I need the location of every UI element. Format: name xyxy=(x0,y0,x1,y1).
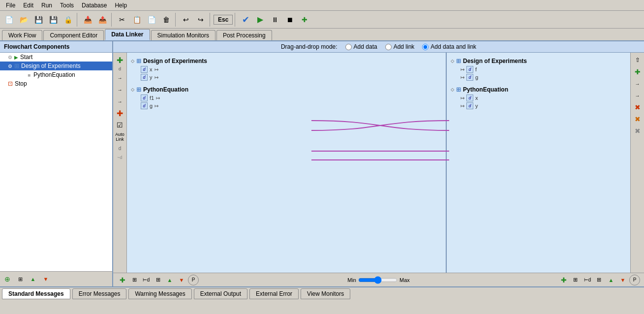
left-pin-f1[interactable]: d f1 ↦ xyxy=(131,94,442,102)
save-button[interactable]: 💾 xyxy=(31,13,45,27)
menu-edit[interactable]: Edit xyxy=(19,1,37,10)
bottom-right-circle-p[interactable]: P xyxy=(629,275,640,285)
add-green-button[interactable]: ✚ xyxy=(115,55,125,65)
tree-item-stop[interactable]: ⊡ Stop xyxy=(0,79,112,88)
save-as-button[interactable]: 💾 xyxy=(46,13,60,27)
lock-button[interactable]: 🔒 xyxy=(61,13,75,27)
cv-btn-3[interactable]: → xyxy=(115,84,125,95)
dnd-add-data-link[interactable]: Add data and link xyxy=(422,43,476,50)
d-icon[interactable]: d xyxy=(115,143,125,154)
bottom-grid[interactable]: ⊞ xyxy=(129,275,140,285)
toolbar-separator-5 xyxy=(235,13,237,27)
status-tab-external-error[interactable]: External Error xyxy=(249,288,299,299)
dnd-add-data[interactable]: Add data xyxy=(345,43,377,50)
pause-button[interactable]: ⏸ xyxy=(268,13,282,27)
copy-button[interactable]: 📋 xyxy=(130,13,144,27)
dnd-add-link-radio[interactable] xyxy=(385,44,392,50)
menu-help[interactable]: Help xyxy=(111,1,131,10)
menu-database[interactable]: Database xyxy=(78,1,111,10)
cut-button[interactable]: ✂ xyxy=(115,13,129,27)
new-button[interactable]: 📄 xyxy=(2,13,16,27)
linker-right-panel: ◇ ⊞ Design of Experiments ↦ d f ↦ d xyxy=(447,53,630,273)
right-btn-4[interactable]: → xyxy=(632,90,643,101)
py-title-right: PythonEquation xyxy=(463,86,508,93)
tree-item-python-eq[interactable]: ■ PythonEquation xyxy=(0,70,112,79)
right-delete-orange[interactable]: ✖ xyxy=(632,114,643,125)
bottom-add-green[interactable]: ✚ xyxy=(117,275,128,285)
bottom-expand[interactable]: ⊞ xyxy=(153,275,163,285)
menu-file[interactable]: File xyxy=(2,1,19,10)
right-pin-g[interactable]: ↦ d g xyxy=(451,73,626,81)
py-title-left: PythonEquation xyxy=(143,86,188,93)
tab-component-editor[interactable]: Component Editor xyxy=(43,30,104,40)
right-pin-f[interactable]: ↦ d f xyxy=(451,65,626,73)
dnd-add-data-link-radio[interactable] xyxy=(422,44,429,50)
left-pin-g[interactable]: d g ↦ xyxy=(131,102,442,110)
tab-post-processing[interactable]: Post Processing xyxy=(216,30,272,40)
pin-box-x: d xyxy=(141,66,148,73)
right-delete-red[interactable]: ✖ xyxy=(632,102,643,113)
undo-button[interactable]: ↩ xyxy=(179,13,193,27)
tree-item-doe[interactable]: ⚙ ⊞ Design of Experiments xyxy=(0,62,112,70)
escape-button[interactable]: Esc xyxy=(214,15,233,25)
right-pin-g-arrow: ↦ xyxy=(460,75,464,80)
status-tab-view-monitors[interactable]: View Monitors xyxy=(301,288,350,299)
move-down-button[interactable]: ▼ xyxy=(40,274,51,284)
bottom-right-add-green[interactable]: ✚ xyxy=(558,275,569,285)
dnd-add-data-radio[interactable] xyxy=(345,44,352,50)
cv-btn-2[interactable]: → xyxy=(115,72,125,83)
stop-button[interactable]: ⏹ xyxy=(283,13,297,27)
open-button[interactable]: 📂 xyxy=(17,13,31,27)
move-up-button[interactable]: ▲ xyxy=(28,274,38,284)
bottom-right-grid[interactable]: ⊞ xyxy=(570,275,581,285)
right-pin-box-y: d xyxy=(466,102,473,109)
bottom-right-expand[interactable]: ⊞ xyxy=(594,275,605,285)
add-red-button[interactable]: ✚ xyxy=(115,108,125,119)
paste-button[interactable]: 📄 xyxy=(145,13,158,27)
bottom-down[interactable]: ▼ xyxy=(176,275,187,285)
py-pin-mark-right: ◇ xyxy=(451,87,454,92)
status-tab-warning[interactable]: Warning Messages xyxy=(128,288,191,299)
bottom-link[interactable]: ⊢d xyxy=(141,275,152,285)
right-pin-y[interactable]: ↦ d y xyxy=(451,102,626,110)
status-tab-error[interactable]: Error Messages xyxy=(72,288,127,299)
tab-workflow[interactable]: Work Flow xyxy=(2,30,42,40)
right-pin-x[interactable]: ↦ d x xyxy=(451,94,626,102)
tab-data-linker[interactable]: Data Linker xyxy=(105,29,150,40)
menu-tools[interactable]: Tools xyxy=(56,1,78,10)
cv-btn-4[interactable]: → xyxy=(115,96,125,107)
status-tab-standard[interactable]: Standard Messages xyxy=(2,288,70,299)
slider-input[interactable] xyxy=(358,276,398,284)
right-delete-gray[interactable]: ✖ xyxy=(632,126,643,136)
bottom-right-link[interactable]: ⊢d xyxy=(582,275,593,285)
right-add-green[interactable]: ✚ xyxy=(632,66,643,77)
delete-button[interactable]: 🗑 xyxy=(159,13,173,27)
checkbox-btn[interactable]: ☑ xyxy=(115,120,125,130)
bottom-right-up[interactable]: ▲ xyxy=(606,275,616,285)
add-component-button[interactable]: ✚ xyxy=(298,13,311,27)
add-node-button[interactable]: ⊕ xyxy=(2,274,13,284)
menu-bar: File Edit Run Tools Database Help xyxy=(0,0,644,11)
tree-item-start[interactable]: ⚙ ▶ Start xyxy=(0,53,112,62)
expand-button[interactable]: ⊞ xyxy=(15,274,26,284)
status-tab-external-output[interactable]: External Output xyxy=(194,288,247,299)
run-button[interactable]: ▶ xyxy=(253,13,267,27)
menu-run[interactable]: Run xyxy=(37,1,56,10)
dnd-add-link[interactable]: Add link xyxy=(385,43,415,50)
left-pin-y[interactable]: d y ↦ xyxy=(131,73,442,81)
left-pin-x[interactable]: d x ↦ xyxy=(131,65,442,73)
export-button[interactable]: 📤 xyxy=(95,13,109,27)
bottom-up[interactable]: ▲ xyxy=(164,275,175,285)
bottom-right-down[interactable]: ▼ xyxy=(617,275,628,285)
tab-simulation-monitors[interactable]: Simulation Monitors xyxy=(151,30,215,40)
dnd-add-data-link-label: Add data and link xyxy=(430,43,476,50)
python-eq-component-left: ◇ ⊞ PythonEquation d f1 ↦ d g ↦ xyxy=(131,85,442,110)
right-scroll-up[interactable]: ⇧ xyxy=(632,55,643,65)
pin-x-right-label: x xyxy=(475,95,478,101)
import-button[interactable]: 📥 xyxy=(81,13,94,27)
redo-button[interactable]: ↪ xyxy=(194,13,208,27)
doe-title-right: Design of Experiments xyxy=(463,58,527,64)
bottom-circle-p[interactable]: P xyxy=(188,275,199,285)
right-btn-3[interactable]: → xyxy=(632,78,643,89)
check-button[interactable]: ✔ xyxy=(239,13,252,27)
